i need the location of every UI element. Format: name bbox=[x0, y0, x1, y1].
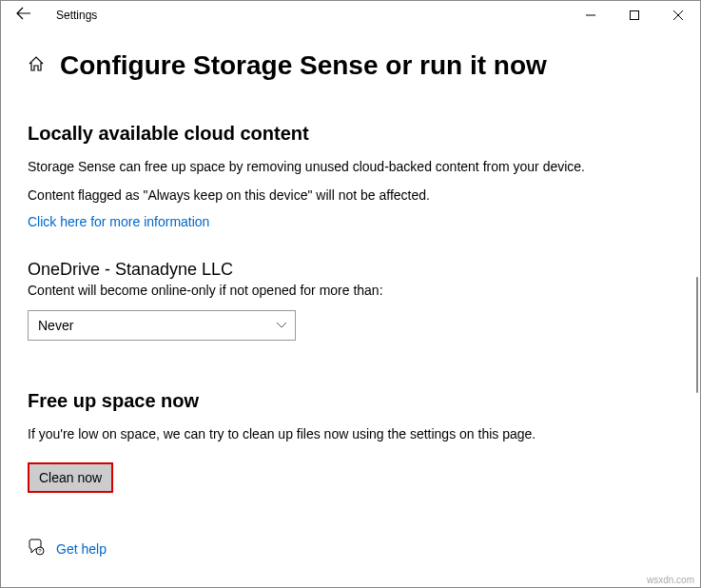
cloud-desc-2: Content flagged as "Always keep on this … bbox=[28, 186, 670, 206]
dropdown-value: Never bbox=[38, 318, 73, 333]
maximize-button[interactable] bbox=[613, 1, 656, 29]
help-icon: ? bbox=[28, 539, 45, 559]
watermark: wsxdn.com bbox=[647, 575, 694, 585]
section-heading-cloud: Locally available cloud content bbox=[28, 123, 670, 145]
cloud-desc-1: Storage Sense can free up space by remov… bbox=[28, 158, 670, 177]
scrollbar-thumb[interactable] bbox=[696, 277, 698, 393]
section-heading-freeup: Free up space now bbox=[28, 390, 670, 412]
help-row: ? Get help bbox=[28, 539, 670, 559]
back-button[interactable] bbox=[9, 3, 39, 28]
home-icon[interactable] bbox=[28, 55, 45, 77]
page-header: Configure Storage Sense or run it now bbox=[28, 50, 670, 81]
more-info-link[interactable]: Click here for more information bbox=[28, 214, 670, 229]
app-title: Settings bbox=[56, 9, 97, 22]
get-help-link[interactable]: Get help bbox=[56, 541, 107, 557]
freeup-desc: If you're low on space, we can try to cl… bbox=[28, 425, 670, 444]
titlebar: Settings bbox=[1, 1, 700, 29]
interval-dropdown[interactable]: Never bbox=[28, 310, 296, 341]
close-button[interactable] bbox=[656, 1, 700, 29]
onedrive-account-heading: OneDrive - Stanadyne LLC bbox=[28, 260, 670, 280]
page-title: Configure Storage Sense or run it now bbox=[60, 50, 547, 81]
svg-rect-1 bbox=[631, 11, 639, 20]
onedrive-account-desc: Content will become online-only if not o… bbox=[28, 282, 670, 301]
chevron-down-icon bbox=[276, 320, 287, 331]
window-controls bbox=[569, 1, 700, 29]
clean-now-button[interactable]: Clean now bbox=[28, 462, 113, 493]
minimize-button[interactable] bbox=[569, 1, 613, 29]
